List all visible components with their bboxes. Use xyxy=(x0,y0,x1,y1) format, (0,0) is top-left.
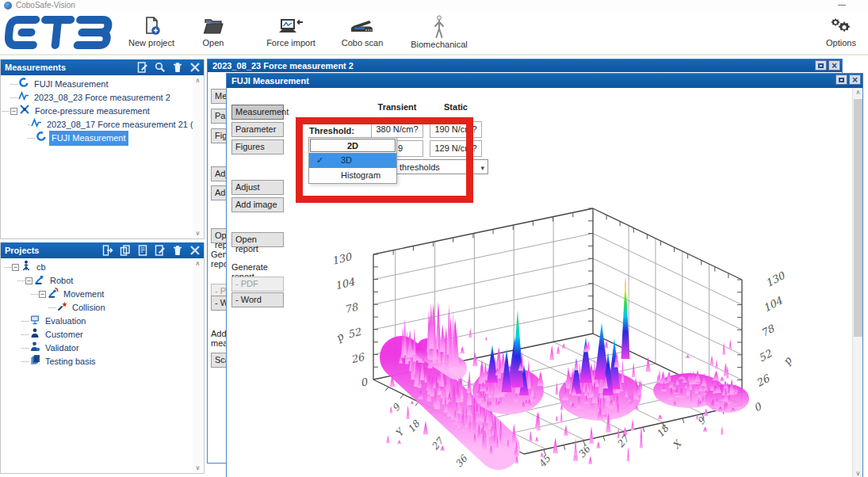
window-title: FUJI Measurement xyxy=(231,76,309,86)
cobosafe-vision-app: CoboSafe-Vision — New project xyxy=(0,0,868,477)
measurements-panel: Measurements FUJI Measurement2023_08_23 … xyxy=(0,59,205,239)
dropdown-item-2d[interactable]: 2D xyxy=(310,139,396,152)
toolbar-label: Open xyxy=(192,38,235,48)
gte-logo xyxy=(5,13,117,52)
svg-text:0: 0 xyxy=(751,400,764,414)
export-icon[interactable] xyxy=(101,244,114,257)
tree-item[interactable]: 2023_08_17 Force measurement 21 (W xyxy=(1,118,204,132)
tree-item[interactable]: −Force-pressure measurement xyxy=(1,105,204,118)
biomechanical-icon xyxy=(433,15,445,39)
check-icon: ✓ xyxy=(316,153,323,168)
search-icon xyxy=(154,61,166,74)
force-measurement-window-titlebar[interactable]: 2023_08_23 Force measurement 2 × xyxy=(208,59,842,72)
tree-item[interactable]: 2023_08_23 Force measurement 2 xyxy=(1,91,204,105)
projects-scrollbar[interactable]: ∧ ∨ xyxy=(193,260,203,471)
tree-item[interactable]: Evaluation xyxy=(1,315,204,328)
curve-icon xyxy=(18,90,29,101)
chevron-down-icon: ▾ xyxy=(480,162,484,175)
fuji-parameter-button[interactable]: Parameter xyxy=(231,122,284,137)
export-icon xyxy=(101,244,114,257)
tree-connector xyxy=(21,334,29,335)
svg-text:52: 52 xyxy=(756,347,774,364)
toolbar-options[interactable]: Options xyxy=(819,13,863,53)
window-title: 2023_08_23 Force measurement 2 xyxy=(212,61,354,71)
fuji-adjust-button[interactable]: Adjust xyxy=(231,180,284,195)
tree-item[interactable]: −Movement xyxy=(1,288,204,301)
open-icon xyxy=(202,15,224,37)
report-icon xyxy=(136,61,149,74)
trash-icon[interactable] xyxy=(171,61,184,74)
measurements-tree: FUJI Measurement2023_08_23 Force measure… xyxy=(1,75,204,145)
svg-text:52: 52 xyxy=(346,326,362,341)
dropdown-item-3d[interactable]: ✓ 3D xyxy=(309,153,396,168)
tree-item[interactable]: Customer xyxy=(1,328,204,342)
fuji--pdf-button[interactable]: - PDF xyxy=(231,277,284,292)
fuji-add-image-button[interactable]: Add image xyxy=(231,197,284,212)
tree-item[interactable]: FUJI Measurement xyxy=(1,78,204,91)
tree-item-label: FUJI Measurement xyxy=(49,131,128,146)
toolbar-new-project[interactable]: New project xyxy=(120,13,182,53)
close-button[interactable]: × xyxy=(849,74,861,85)
maximize-button[interactable] xyxy=(835,74,847,85)
tree-expander[interactable]: − xyxy=(25,277,33,284)
tree-item[interactable]: Collision xyxy=(1,301,204,315)
main-toolbar: New project Open Force import xyxy=(0,11,868,55)
fuji--word-button[interactable]: - Word xyxy=(231,292,284,307)
scroll-up-icon[interactable]: ∧ xyxy=(193,77,203,84)
fuji-measurement-button[interactable]: Measurement xyxy=(231,105,284,120)
copy-icon[interactable] xyxy=(119,244,132,257)
scroll-up-icon[interactable]: ∧ xyxy=(193,260,203,267)
threshold-static-2-field[interactable]: 129 N/cm? xyxy=(430,140,482,157)
robot-icon xyxy=(34,273,45,284)
close-icon xyxy=(189,61,201,74)
scroll-down-icon[interactable]: ∨ xyxy=(193,230,203,237)
svg-text:p: p xyxy=(333,330,346,344)
scroll-up-icon[interactable]: ∧ xyxy=(853,89,862,96)
tree-expander[interactable]: − xyxy=(39,291,46,298)
scroll-down-icon[interactable]: ∨ xyxy=(853,470,862,477)
collision-icon xyxy=(56,300,67,311)
view-mode-dropdown: 2D ✓ 3D Histogram xyxy=(308,137,397,184)
threshold-transient-1-field[interactable]: 380 N/cm? xyxy=(371,121,423,138)
report-icon[interactable] xyxy=(136,61,149,74)
close-icon[interactable] xyxy=(189,244,201,257)
tree-item[interactable]: Validator xyxy=(1,342,204,355)
maximize-button[interactable] xyxy=(815,60,827,71)
toolbar-cobo-scan[interactable]: Cobo scan xyxy=(336,13,388,53)
close-icon[interactable] xyxy=(189,61,201,74)
scroll-down-icon[interactable]: ∨ xyxy=(193,464,203,471)
close-button[interactable]: × xyxy=(828,60,840,71)
toolbar-biomechanical[interactable]: Biomechanical xyxy=(407,13,471,53)
tree-item[interactable]: Testing basis xyxy=(1,355,204,368)
tree-item[interactable]: FUJI Measurement xyxy=(1,132,204,145)
toolbar-open[interactable]: Open xyxy=(192,13,235,53)
evaluation-icon xyxy=(29,314,40,325)
minimize-button[interactable]: — xyxy=(838,0,846,9)
toolbar-force-import[interactable]: Force import xyxy=(260,13,322,53)
new-document-icon[interactable] xyxy=(136,244,149,257)
measurements-scrollbar[interactable]: ∧ ∨ xyxy=(193,77,203,237)
tree-item[interactable]: −Robot xyxy=(1,274,204,288)
tree-expander[interactable]: − xyxy=(12,264,19,271)
fuji-measurement-window-titlebar[interactable]: FUJI Measurement × xyxy=(227,74,862,88)
search-icon[interactable] xyxy=(154,61,166,74)
fuji-window-scrollbar[interactable]: ∧ ∨ xyxy=(852,88,862,477)
curve-icon xyxy=(31,117,42,128)
tree-expander[interactable]: − xyxy=(10,108,17,115)
tree-item[interactable]: −cb xyxy=(1,261,204,274)
fuji-measurement-window: FUJI Measurement × Transient Static Thre… xyxy=(226,73,863,477)
dropdown-item-histogram[interactable]: Histogram xyxy=(309,168,396,183)
scrollbar-thumb[interactable] xyxy=(854,99,862,337)
svg-text:104: 104 xyxy=(334,276,356,292)
threshold-static-1-field[interactable]: 190 N/cm? xyxy=(430,121,482,138)
fuji-figures-button[interactable]: Figures xyxy=(231,139,284,155)
options-icon xyxy=(828,15,855,37)
new-document-icon xyxy=(136,244,149,257)
trash-icon[interactable] xyxy=(171,244,184,257)
report-icon[interactable] xyxy=(154,244,166,257)
app-titlebar: CoboSafe-Vision — xyxy=(0,0,868,11)
tree-connector xyxy=(28,124,30,125)
app-title: CoboSafe-Vision xyxy=(16,1,75,10)
fuji-open-report-button[interactable]: Open report xyxy=(231,232,284,247)
movement-icon xyxy=(48,287,59,298)
